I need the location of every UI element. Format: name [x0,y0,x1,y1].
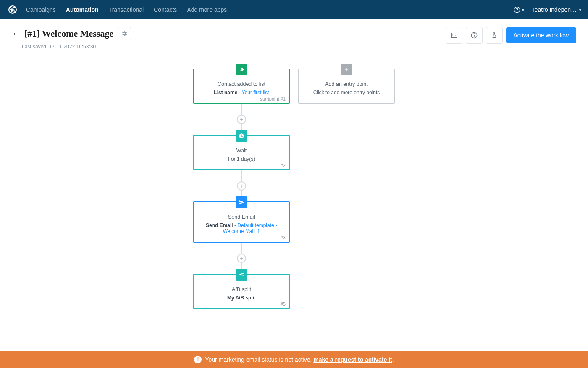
nav-add-more-apps[interactable]: Add more apps [187,6,227,13]
svg-point-3 [474,37,474,37]
node-subtitle: Send Email - Default template -Welcome M… [198,222,285,234]
node-title: Send Email [198,214,285,220]
account-dropdown[interactable]: Teatro Indepen… ▾ [532,6,581,13]
page-header: ← [#1] Welcome Message Last saved: 17-11… [0,19,588,56]
list-link[interactable]: Your first list [242,90,269,95]
node-add-entry-point[interactable]: Add an entry point Click to add more ent… [298,69,395,104]
shuffle-icon [236,269,247,281]
banner-link[interactable]: make a request to activate it [313,356,392,363]
page-title: [#1] Welcome Message [24,28,113,39]
activate-workflow-button[interactable]: Activate the workflow [506,27,577,43]
node-tag: startpoint #1 [260,96,286,101]
add-step-button[interactable]: + [237,254,246,263]
node-wait[interactable]: Wait For 1 day(s) #2 [193,135,290,170]
nav-items: Campaigns Automation Transactional Conta… [26,6,514,13]
caret-down-icon: ▾ [522,8,524,12]
plus-icon [341,64,352,75]
node-ab-split[interactable]: A/B split My A/B split #5 [193,274,290,309]
warning-icon: ! [194,356,202,363]
account-label: Teatro Indepen… [532,6,577,13]
banner-suffix: . [392,356,394,363]
caret-down-icon: ▾ [579,8,581,12]
nav-campaigns[interactable]: Campaigns [26,6,56,13]
test-button[interactable] [486,27,503,44]
node-subtitle: List name - Your first list [198,90,285,95]
node-subtitle: Click to add more entry points [303,90,390,95]
flask-icon [491,32,498,39]
gear-icon [121,30,128,37]
settings-button[interactable] [118,27,131,40]
app-logo[interactable] [7,4,18,16]
nav-transactional[interactable]: Transactional [109,6,144,13]
back-button[interactable]: ← [12,29,20,39]
help-button[interactable] [466,27,483,44]
user-plus-icon [236,64,247,75]
send-icon [236,196,247,208]
node-startpoint[interactable]: Contact added to list List name - Your f… [193,69,290,104]
stats-button[interactable] [446,27,462,44]
status-banner: ! Your marketing email status is not act… [0,351,588,368]
node-title: A/B split [198,286,285,292]
add-step-button[interactable]: + [237,181,246,191]
svg-point-1 [517,11,517,11]
node-subtitle: For 1 day(s) [198,156,285,162]
add-step-button[interactable]: + [237,115,246,124]
last-saved-label: Last saved: 17-11-2022 16:53:30 [22,44,131,50]
node-title: Add an entry point [303,81,390,87]
question-icon [471,32,478,39]
nav-automation[interactable]: Automation [66,6,99,13]
help-dropdown[interactable]: ▾ [514,6,524,13]
node-title: Contact added to list [198,81,285,87]
chart-icon [451,32,457,39]
banner-text: Your marketing email status is not activ… [205,356,313,363]
node-subtitle: My A/B split [198,295,285,301]
node-tag: #2 [281,163,286,168]
node-send-email[interactable]: Send Email Send Email - Default template… [193,201,290,243]
workflow-canvas[interactable]: Contact added to list List name - Your f… [0,56,588,354]
clock-icon [236,130,247,142]
nav-contacts[interactable]: Contacts [154,6,177,13]
top-nav: Campaigns Automation Transactional Conta… [0,0,588,19]
node-title: Wait [198,148,285,154]
node-tag: #5 [281,302,286,307]
node-tag: #3 [281,235,286,240]
nav-right: ▾ Teatro Indepen… ▾ [514,6,581,13]
